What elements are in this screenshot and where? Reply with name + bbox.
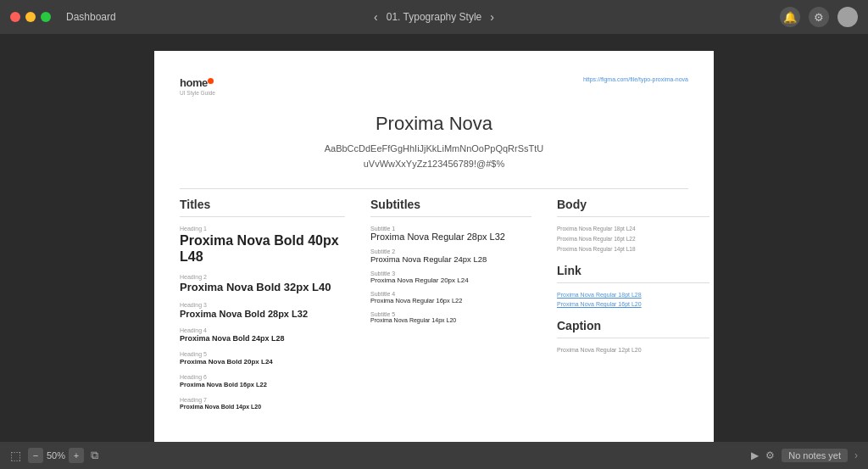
- subtitle-3-value: Proxima Nova Regular 20px L24: [370, 276, 531, 284]
- subtitle-1-value: Proxima Nova Regular 28px L32: [370, 232, 531, 242]
- subtitle-4-item: Subtitle 4 Proxima Nova Regular 16px L22: [370, 291, 531, 304]
- body-2-value: Proxima Nova Regular 16pt L22: [557, 236, 709, 242]
- subtitle-5-item: Subtitle 5 Proxima Nova Regular 14px L20: [370, 311, 531, 323]
- subtitle-1-label: Subtitle 1: [370, 226, 531, 232]
- notification-icon[interactable]: 🔔: [780, 7, 800, 27]
- chevron-down-icon[interactable]: ›: [854, 449, 858, 461]
- font-name: Proxima Nova: [180, 113, 688, 135]
- heading-3-label: Heading 3: [180, 302, 345, 308]
- subtitle-1-item: Subtitle 1 Proxima Nova Regular 28px L32: [370, 226, 531, 242]
- zoom-controls: − 50% +: [28, 448, 84, 463]
- font-chars-line2: uVvWwXxYyZz123456789!@#$%: [180, 157, 688, 172]
- notes-button[interactable]: No notes yet: [782, 449, 848, 462]
- page-title: 01. Typography Style: [387, 11, 482, 23]
- clip-icon[interactable]: ⧉: [91, 449, 98, 462]
- frame-icon[interactable]: ⬚: [10, 449, 21, 462]
- logo-subtitle: UI Style Guide: [180, 90, 215, 96]
- heading-4-item: Heading 4 Proxima Nova Bold 24px L28: [180, 327, 345, 343]
- subtitle-2-value: Proxima Nova Regular 24px L28: [370, 254, 531, 264]
- zoom-minus-button[interactable]: −: [28, 448, 43, 463]
- body-3-value: Proxima Nova Regular 14pt L18: [557, 246, 709, 252]
- link-rule: [557, 282, 709, 283]
- traffic-lights: [10, 12, 51, 22]
- heading-7-value: Proxima Nova Bold 14px L20: [180, 404, 345, 410]
- heading-5-label: Heading 5: [180, 351, 345, 357]
- heading-2-value: Proxima Nova Bold 32px L40: [180, 281, 345, 293]
- subtitle-3-item: Subtitle 3 Proxima Nova Regular 20px L24: [370, 271, 531, 284]
- breadcrumb[interactable]: Dashboard: [66, 11, 116, 23]
- heading-5-value: Proxima Nova Bold 20px L24: [180, 358, 345, 366]
- heading-3-value: Proxima Nova Bold 28px L32: [180, 309, 345, 319]
- traffic-light-green[interactable]: [41, 12, 51, 22]
- subtitles-section: Subtitles Subtitle 1 Proxima Nova Regula…: [358, 198, 544, 417]
- link-2-value: Proxima Nova Regular 16pt L20: [557, 301, 709, 307]
- heading-3-item: Heading 3 Proxima Nova Bold 28px L32: [180, 302, 345, 319]
- present-icon[interactable]: ▶: [751, 449, 759, 461]
- heading-6-item: Heading 6 Proxima Nova Bold 16px L22: [180, 374, 345, 388]
- subtitle-4-label: Subtitle 4: [370, 291, 531, 297]
- settings-right-icon[interactable]: ⚙: [765, 449, 775, 461]
- body-section: Body Proxima Nova Regular 18pt L24 Proxi…: [544, 198, 722, 417]
- subtitle-4-value: Proxima Nova Regular 16px L22: [370, 297, 531, 304]
- logo-area: home UI Style Guide: [180, 76, 215, 96]
- subtitles-section-title: Subtitles: [370, 198, 531, 211]
- traffic-light-red[interactable]: [10, 12, 20, 22]
- breadcrumb-label: Dashboard: [66, 11, 116, 23]
- settings-icon[interactable]: ⚙: [809, 7, 829, 27]
- doc-header: home UI Style Guide https://figma.com/fi…: [180, 76, 688, 96]
- heading-6-label: Heading 6: [180, 374, 345, 380]
- subtitles-rule: [370, 216, 531, 217]
- body-1-item: Proxima Nova Regular 18pt L24: [557, 226, 709, 232]
- avatar[interactable]: [837, 7, 858, 27]
- heading-4-value: Proxima Nova Bold 24px L28: [180, 334, 345, 343]
- titles-section-title: Titles: [180, 198, 345, 211]
- nav-next-icon[interactable]: ›: [490, 10, 494, 24]
- nav-prev-icon[interactable]: ‹: [374, 10, 378, 24]
- titles-rule: [180, 216, 345, 217]
- font-display: Proxima Nova AaBbCcDdEeFfGgHhIiJjKkLiMmN…: [180, 113, 688, 171]
- body-section-title: Body: [557, 198, 709, 211]
- top-left-group: Dashboard: [10, 11, 116, 23]
- top-center-nav: ‹ 01. Typography Style ›: [374, 10, 494, 24]
- canvas-wrapper: home UI Style Guide https://figma.com/fi…: [0, 34, 868, 469]
- logo-dot: [208, 78, 214, 84]
- heading-6-value: Proxima Nova Bold 16px L22: [180, 381, 345, 388]
- body-rule: [557, 216, 709, 217]
- top-bar: Dashboard ‹ 01. Typography Style › 🔔 ⚙: [0, 0, 868, 34]
- link-section-title: Link: [557, 264, 709, 277]
- heading-1-label: Heading 1: [180, 226, 345, 232]
- zoom-value: 50%: [47, 450, 65, 461]
- caption-section: Caption Proxima Nova Regular 12pt L20: [557, 319, 709, 353]
- body-1-value: Proxima Nova Regular 18pt L24: [557, 226, 709, 232]
- subtitle-3-label: Subtitle 3: [370, 271, 531, 276]
- document-canvas: home UI Style Guide https://figma.com/fi…: [154, 51, 714, 469]
- subtitle-2-label: Subtitle 2: [370, 248, 531, 254]
- bottom-left-controls: ⬚ − 50% + ⧉: [10, 448, 98, 463]
- subtitle-5-label: Subtitle 5: [370, 311, 531, 317]
- main-area: home UI Style Guide https://figma.com/fi…: [0, 34, 868, 469]
- subtitle-5-value: Proxima Nova Regular 14px L20: [370, 317, 531, 323]
- logo-text: home: [180, 76, 208, 89]
- top-right-controls: 🔔 ⚙: [780, 7, 858, 27]
- traffic-light-yellow[interactable]: [25, 12, 36, 22]
- heading-2-item: Heading 2 Proxima Nova Bold 32px L40: [180, 274, 345, 293]
- heading-1-value: Proxima Nova Bold 40px L48: [180, 232, 345, 265]
- heading-5-item: Heading 5 Proxima Nova Bold 20px L24: [180, 351, 345, 366]
- zoom-plus-button[interactable]: +: [69, 448, 84, 463]
- doc-link[interactable]: https://figma.com/file/typo-proxima-nova: [583, 76, 688, 82]
- heading-1-item: Heading 1 Proxima Nova Bold 40px L48: [180, 226, 345, 265]
- titles-section: Titles Heading 1 Proxima Nova Bold 40px …: [180, 198, 358, 417]
- caption-section-title: Caption: [557, 319, 709, 332]
- heading-4-label: Heading 4: [180, 327, 345, 333]
- heading-7-label: Heading 7: [180, 397, 345, 403]
- body-3-item: Proxima Nova Regular 14pt L18: [557, 246, 709, 252]
- bottom-right-controls: ▶ ⚙ No notes yet ›: [751, 449, 858, 462]
- main-divider: [180, 188, 688, 189]
- caption-rule: [557, 338, 709, 338]
- subtitle-2-item: Subtitle 2 Proxima Nova Regular 24px L28: [370, 248, 531, 264]
- link-1-value: Proxima Nova Regular 18pt L28: [557, 292, 709, 298]
- font-chars-line1: AaBbCcDdEeFfGgHhIiJjKkLiMmNnOoPpQqRrSsTt…: [180, 142, 688, 157]
- heading-7-item: Heading 7 Proxima Nova Bold 14px L20: [180, 397, 345, 410]
- body-2-item: Proxima Nova Regular 16pt L22: [557, 236, 709, 242]
- heading-2-label: Heading 2: [180, 274, 345, 280]
